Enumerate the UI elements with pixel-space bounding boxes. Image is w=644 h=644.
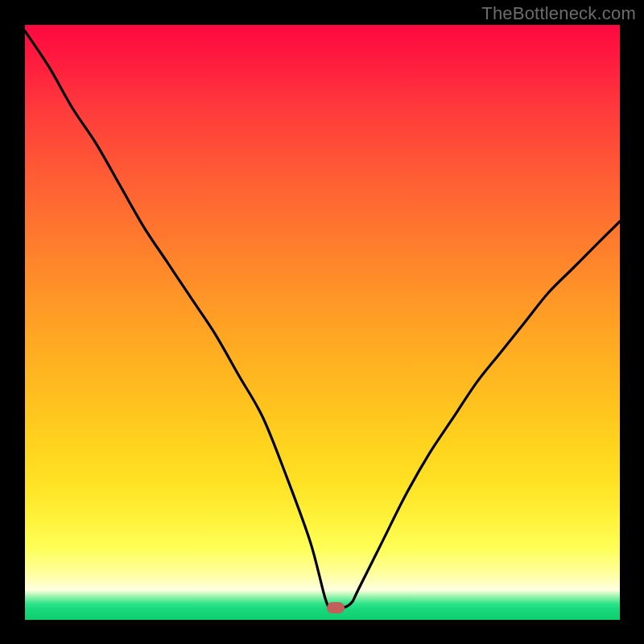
plot-area — [25, 25, 620, 620]
bottleneck-curve — [25, 25, 620, 620]
chart-frame: TheBottleneck.com — [0, 0, 644, 644]
watermark-text: TheBottleneck.com — [481, 3, 636, 24]
trough-marker — [327, 602, 345, 613]
